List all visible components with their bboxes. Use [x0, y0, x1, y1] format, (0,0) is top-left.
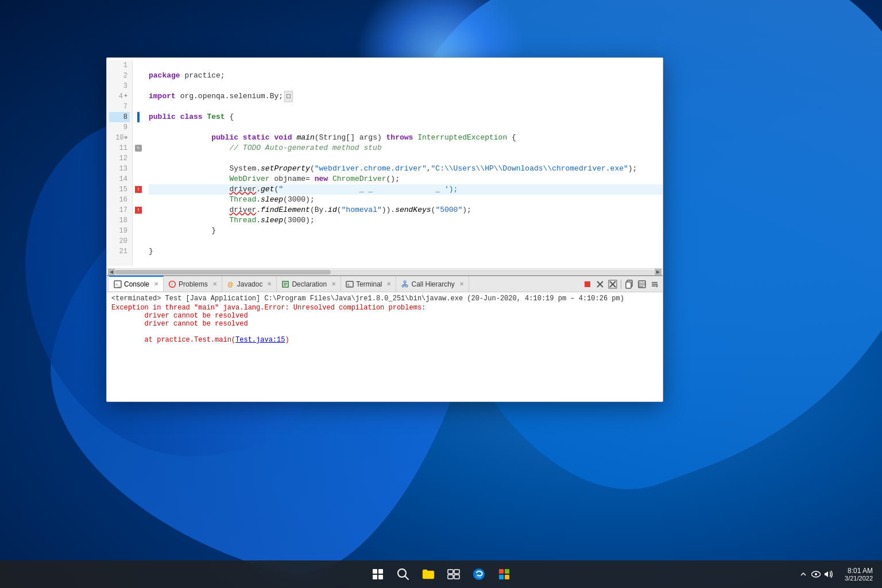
- javadoc-tab-close[interactable]: ✕: [267, 281, 272, 287]
- chevron-up-icon[interactable]: [799, 570, 808, 579]
- line-2: 2: [109, 71, 130, 81]
- svg-rect-34: [373, 575, 377, 579]
- declaration-tab-icon: [281, 280, 289, 288]
- terminal-tab-close[interactable]: ✕: [386, 281, 391, 287]
- gutter-17: !: [133, 205, 144, 215]
- gutter-13: [133, 164, 144, 174]
- volume-icon[interactable]: [824, 570, 833, 579]
- gutter-2: [133, 71, 144, 81]
- line-4: 4+: [109, 91, 130, 102]
- console-tab-icon: >_: [114, 280, 122, 288]
- clock-date: 3/21/2022: [845, 575, 873, 582]
- svg-text:@: @: [227, 281, 233, 288]
- start-button[interactable]: [366, 563, 389, 586]
- gutter-20: [133, 236, 144, 246]
- tab-javadoc[interactable]: @ Javadoc ✕: [222, 276, 277, 292]
- line-14: 14: [109, 174, 130, 184]
- gutter-10: [133, 133, 144, 143]
- gutter-11: ✎: [133, 143, 144, 153]
- code-lines: package practice; import org.openqa.sele…: [144, 60, 663, 266]
- gutter-7: [133, 102, 144, 112]
- network-icon[interactable]: [811, 570, 821, 579]
- line-3: 3: [109, 81, 130, 91]
- javadoc-tab-icon: @: [227, 280, 235, 288]
- error-marker-15: !: [135, 186, 142, 193]
- clear-console-btn[interactable]: [636, 278, 648, 290]
- task-view-button[interactable]: [442, 563, 465, 586]
- scroll-right[interactable]: ▶: [655, 269, 662, 276]
- line-15: 15: [109, 184, 130, 195]
- taskbar: 8:01 AM 3/21/2022: [0, 560, 882, 588]
- line-18: 18: [109, 215, 130, 226]
- tab-console[interactable]: >_ Console ✕: [109, 276, 164, 291]
- tab-problems[interactable]: ! Problems ✕: [164, 276, 222, 292]
- console-tab-label: Console: [124, 280, 149, 288]
- code-line-7: [149, 102, 663, 112]
- search-button[interactable]: [392, 563, 415, 586]
- code-line-20: [149, 236, 663, 246]
- remove-launch-btn[interactable]: [607, 278, 618, 290]
- gutter-14: [133, 174, 144, 184]
- svg-rect-44: [499, 575, 504, 579]
- line-1: 1: [109, 60, 130, 71]
- problems-tab-close[interactable]: ✕: [212, 281, 217, 287]
- bottom-panel: >_ Console ✕ ! Problems ✕: [107, 275, 663, 401]
- line-13: 13: [109, 164, 130, 174]
- svg-rect-39: [454, 570, 459, 574]
- store-button[interactable]: [493, 563, 516, 586]
- problems-tab-icon: !: [168, 280, 176, 288]
- tab-terminal[interactable]: $_ Terminal ✕: [341, 276, 396, 292]
- blue-bar-8: [137, 112, 140, 122]
- stop-console-btn[interactable]: [582, 278, 593, 290]
- tab-callhierarchy[interactable]: Call Hierarchy ✕: [396, 276, 469, 292]
- problems-tab-label: Problems: [179, 280, 208, 288]
- gutter-21: [133, 246, 144, 257]
- gutter-4: [133, 91, 144, 102]
- scroll-left[interactable]: ◀: [108, 269, 115, 276]
- line-19: 19: [109, 226, 130, 236]
- declaration-tab-close[interactable]: ✕: [331, 281, 336, 287]
- tab-declaration[interactable]: Declaration ✕: [277, 276, 341, 292]
- code-content-area[interactable]: 1 2 3 4+ 7 8 9 10⊖ 11 12 13 14 15 16 17: [107, 58, 663, 268]
- svg-rect-41: [454, 575, 459, 579]
- tray-icons[interactable]: [794, 560, 838, 588]
- console-error-at: at practice.Test.main(Test.java:15): [111, 336, 658, 344]
- file-explorer-button[interactable]: [417, 563, 440, 586]
- console-terminated-line: <terminated> Test [Java Application] C:\…: [111, 295, 658, 303]
- taskbar-icons-center: [366, 563, 516, 586]
- svg-rect-42: [499, 569, 504, 574]
- svg-rect-35: [378, 575, 383, 579]
- scrollbar-track[interactable]: [115, 270, 655, 274]
- line-10: 10⊖: [109, 133, 130, 143]
- horizontal-scrollbar[interactable]: ◀ ▶: [107, 268, 663, 275]
- console-tab-close[interactable]: ✕: [154, 281, 158, 287]
- panel-tabs: >_ Console ✕ ! Problems ✕: [107, 276, 663, 292]
- code-line-3: [149, 81, 663, 91]
- edge-browser-button[interactable]: [467, 563, 490, 586]
- svg-rect-45: [505, 575, 509, 579]
- test-java-link[interactable]: Test.java:15: [235, 336, 285, 344]
- code-line-8: public class Test {: [149, 112, 663, 122]
- scrollbar-thumb[interactable]: [115, 270, 331, 274]
- copy-btn[interactable]: [624, 278, 635, 290]
- code-line-9: [149, 122, 663, 133]
- svg-line-37: [405, 576, 408, 579]
- svg-point-46: [815, 573, 817, 575]
- line-numbers: 1 2 3 4+ 7 8 9 10⊖ 11 12 13 14 15 16 17: [107, 60, 133, 266]
- callhierarchy-tab-icon: [401, 280, 409, 288]
- view-menu-btn[interactable]: [649, 278, 660, 290]
- svg-text:>_: >_: [115, 283, 120, 287]
- panel-toolbar: [582, 278, 660, 290]
- gutter-9: [133, 122, 144, 133]
- line-21: 21: [109, 246, 130, 257]
- svg-rect-43: [505, 569, 509, 574]
- svg-rect-40: [448, 575, 453, 579]
- console-content: <terminated> Test [Java Application] C:\…: [107, 292, 663, 401]
- clock[interactable]: 8:01 AM 3/21/2022: [840, 560, 877, 588]
- callhierarchy-tab-close[interactable]: ✕: [459, 281, 464, 287]
- close-console-btn[interactable]: [594, 278, 606, 290]
- gutter-3: [133, 81, 144, 91]
- svg-text:$_: $_: [347, 283, 351, 287]
- line-11: 11: [109, 143, 130, 153]
- line-8: 8: [109, 112, 130, 122]
